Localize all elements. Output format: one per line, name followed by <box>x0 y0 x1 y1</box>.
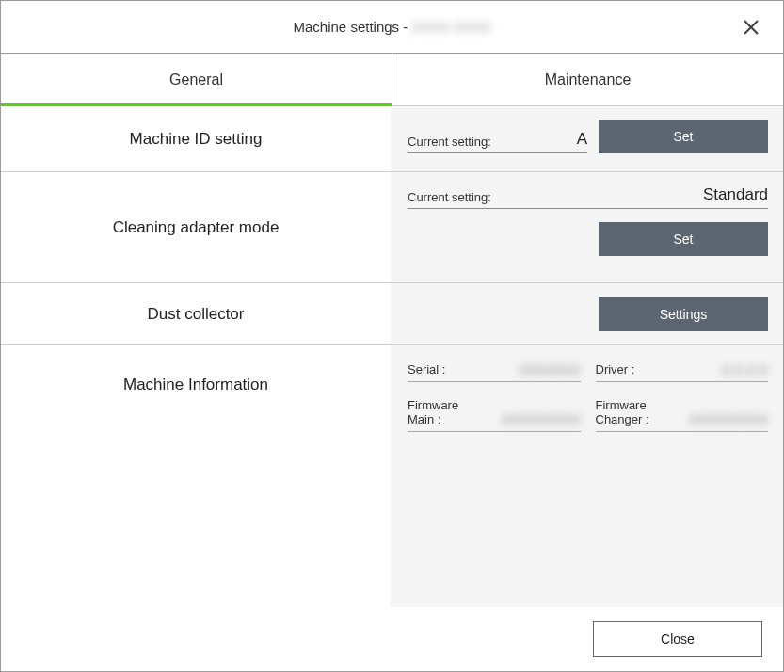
machine-id-current-label: Current setting: <box>408 135 491 149</box>
info-serial: Serial : XXXXXXX <box>408 362 581 382</box>
tab-maintenance-label: Maintenance <box>545 72 632 88</box>
tab-general[interactable]: General <box>1 54 392 105</box>
row-cleaning-label: Cleaning adapter mode <box>1 172 391 282</box>
cleaning-current-label: Current setting: <box>408 190 491 204</box>
footer: Close <box>1 607 783 671</box>
row-cleaning-adapter: Cleaning adapter mode Current setting: S… <box>1 172 783 283</box>
row-machine-info: Machine Information Serial : XXXXXXX Dri… <box>1 345 783 449</box>
close-icon[interactable] <box>738 14 764 40</box>
titlebar: Machine settings - XXXX XXXX <box>1 1 783 54</box>
dust-settings-button[interactable]: Settings <box>599 297 768 331</box>
info-serial-label: Serial : <box>408 363 445 377</box>
machine-id-set-button[interactable]: Set <box>599 120 768 153</box>
title-prefix: Machine settings - <box>294 19 408 35</box>
info-fw-main-label: Firmware Main : <box>408 399 458 427</box>
tab-maintenance[interactable]: Maintenance <box>392 54 783 105</box>
info-driver-label: Driver : <box>596 363 635 377</box>
title-obscured: XXXX XXXX <box>411 19 490 35</box>
cleaning-value: Standard <box>501 185 768 204</box>
info-driver-value: X.X.X.X <box>642 362 768 377</box>
row-info-label: Machine Information <box>1 345 391 449</box>
row-machine-id-label: Machine ID setting <box>1 106 391 171</box>
machine-id-value: A <box>501 130 587 149</box>
row-dust-collector: Dust collector Settings <box>1 283 783 345</box>
info-serial-value: XXXXXXX <box>453 362 580 377</box>
info-firmware-main: Firmware Main : XXXXXXXXX <box>408 399 581 432</box>
close-button[interactable]: Close <box>593 621 762 657</box>
row-machine-id: Machine ID setting Current setting: A Se… <box>1 106 783 172</box>
body-filler <box>1 449 783 607</box>
tabs: General Maintenance <box>1 54 783 106</box>
info-fw-changer-value: XXXXXXXXX <box>657 412 768 427</box>
info-firmware-changer: Firmware Changer : XXXXXXXXX <box>596 399 769 432</box>
dialog-title: Machine settings - XXXX XXXX <box>294 19 491 35</box>
tab-body: Machine ID setting Current setting: A Se… <box>1 106 783 607</box>
machine-settings-dialog: Machine settings - XXXX XXXX General Mai… <box>0 0 784 672</box>
info-driver: Driver : X.X.X.X <box>596 362 769 382</box>
row-dust-label: Dust collector <box>1 283 391 344</box>
info-fw-changer-label: Firmware Changer : <box>596 399 649 427</box>
cleaning-set-button[interactable]: Set <box>599 222 768 256</box>
info-fw-main-value: XXXXXXXXX <box>466 412 580 427</box>
tab-general-label: General <box>169 72 223 88</box>
